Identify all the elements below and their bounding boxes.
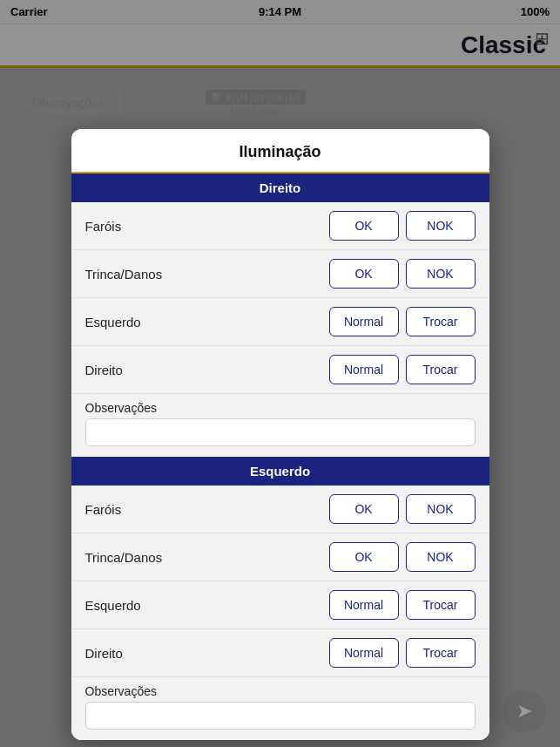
section-direito: Direito Faróis OK NOK Trinca/Danos OK NO…	[71, 173, 489, 457]
trinca-nok-btn-2[interactable]: NOK	[406, 542, 476, 572]
obs-label-1: Observações	[85, 401, 476, 415]
direito-btn-group-2: Normal Trocar	[329, 638, 476, 668]
obs-input-2[interactable]	[85, 702, 476, 730]
modal-title: Iluminação	[71, 129, 489, 173]
farois-btn-group-1: OK NOK	[329, 211, 476, 241]
direito-trocar-btn-2[interactable]: Trocar	[406, 638, 476, 668]
esquerdo-normal-btn-2[interactable]: Normal	[329, 590, 399, 620]
table-row: Esquerdo Normal Trocar	[71, 298, 489, 346]
obs-label-2: Observações	[85, 684, 476, 698]
trinca-label-2: Trinca/Danos	[85, 550, 329, 565]
section-direito-header: Direito	[71, 173, 489, 202]
esquerdo-normal-btn-1[interactable]: Normal	[329, 307, 399, 336]
table-row: Direito Normal Trocar	[71, 346, 489, 394]
farois-nok-btn-1[interactable]: NOK	[406, 211, 476, 241]
farois-label-1: Faróis	[85, 219, 329, 234]
farois-label-2: Faróis	[85, 502, 329, 517]
table-row: Faróis OK NOK	[71, 486, 489, 533]
esquerdo-trocar-btn-2[interactable]: Trocar	[406, 590, 476, 620]
table-row: Faróis OK NOK	[71, 202, 489, 250]
section-esquerdo: Esquerdo Faróis OK NOK Trinca/Danos OK N…	[71, 457, 489, 740]
direito-normal-btn-2[interactable]: Normal	[329, 638, 399, 668]
table-row: Trinca/Danos OK NOK	[71, 250, 489, 298]
farois-ok-btn-1[interactable]: OK	[329, 211, 399, 241]
esquerdo-btn-group-2: Normal Trocar	[329, 590, 476, 620]
farois-btn-group-2: OK NOK	[329, 494, 476, 524]
trinca-ok-btn-1[interactable]: OK	[329, 259, 399, 289]
obs-input-1[interactable]	[85, 418, 476, 446]
direito-btn-group-1: Normal Trocar	[329, 355, 476, 384]
esquerdo-trocar-btn-1[interactable]: Trocar	[406, 307, 476, 336]
direito-label-1: Direito	[85, 363, 329, 377]
trinca-label-1: Trinca/Danos	[85, 267, 329, 282]
modal-dialog: Iluminação Direito Faróis OK NOK Trinca/…	[71, 129, 489, 740]
trinca-ok-btn-2[interactable]: OK	[329, 542, 399, 572]
farois-nok-btn-2[interactable]: NOK	[406, 494, 476, 524]
trinca-btn-group-2: OK NOK	[329, 542, 476, 572]
esquerdo-label-1: Esquerdo	[85, 315, 329, 329]
direito-trocar-btn-1[interactable]: Trocar	[406, 355, 476, 384]
obs-row-1: Observações	[71, 394, 489, 457]
trinca-nok-btn-1[interactable]: NOK	[406, 259, 476, 289]
esquerdo-label-2: Esquerdo	[85, 598, 329, 613]
direito-label-2: Direito	[85, 646, 329, 661]
table-row: Esquerdo Normal Trocar	[71, 581, 489, 629]
trinca-btn-group-1: OK NOK	[329, 259, 476, 289]
esquerdo-btn-group-1: Normal Trocar	[329, 307, 476, 336]
table-row: Trinca/Danos OK NOK	[71, 533, 489, 581]
section-esquerdo-header: Esquerdo	[71, 457, 489, 486]
obs-row-2: Observações	[71, 677, 489, 740]
table-row: Direito Normal Trocar	[71, 629, 489, 677]
direito-normal-btn-1[interactable]: Normal	[329, 355, 399, 384]
farois-ok-btn-2[interactable]: OK	[329, 494, 399, 524]
